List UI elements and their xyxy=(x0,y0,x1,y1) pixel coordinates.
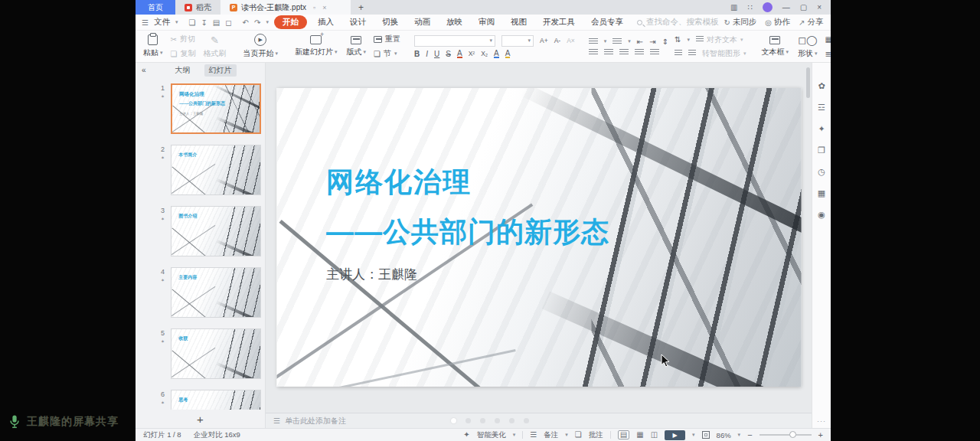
numbering-icon[interactable] xyxy=(612,38,622,45)
sync-status[interactable]: ↻未同步 xyxy=(724,17,756,28)
docer-resources-icon[interactable]: ✿ xyxy=(818,81,825,91)
decrease-indent-icon[interactable]: ⇤ xyxy=(637,38,643,46)
ribbon-tab-slideshow[interactable]: 放映 xyxy=(441,16,468,28)
main-menu-icon[interactable]: ☰ xyxy=(142,18,149,27)
add-slide-button[interactable]: + xyxy=(197,413,204,426)
zoom-out-button[interactable]: − xyxy=(747,430,752,439)
ribbon-tab-review[interactable]: 审阅 xyxy=(473,16,500,28)
notes-button[interactable]: 备注 xyxy=(544,430,558,440)
copy-button[interactable]: ❏复制 xyxy=(171,48,196,59)
export-icon[interactable]: ↧ xyxy=(201,18,207,27)
file-menu[interactable]: 文件 xyxy=(154,17,170,28)
zoom-slider-knob[interactable] xyxy=(789,431,796,438)
collapse-panel-icon[interactable]: « xyxy=(142,66,146,74)
ribbon-tab-member[interactable]: 会员专享 xyxy=(586,16,629,28)
align-right-icon[interactable] xyxy=(619,49,629,56)
slide-subtitle[interactable]: ——公共部门的新形态 xyxy=(326,214,609,251)
comments-button[interactable]: 批注 xyxy=(589,430,603,440)
zoom-slider[interactable] xyxy=(760,434,812,436)
zoom-in-button[interactable]: + xyxy=(818,430,823,439)
line-spacing-icon[interactable]: ⇕ xyxy=(662,38,668,46)
slideshow-play-button[interactable]: ▶ xyxy=(665,430,685,440)
object-properties-icon[interactable]: ☲ xyxy=(818,103,825,113)
bullets-icon[interactable] xyxy=(589,38,598,45)
subscript-button[interactable]: X₂ xyxy=(481,50,488,57)
shapes-button[interactable]: ◻◯ 形状▾ xyxy=(796,34,819,59)
undo-icon[interactable]: ↶ xyxy=(243,18,249,27)
cut-button[interactable]: ✂剪切 xyxy=(171,34,196,44)
command-search[interactable]: 查找命令、搜索模板 xyxy=(637,17,719,28)
arrange-button[interactable]: ≣排列▾ xyxy=(825,48,831,59)
tab-docer[interactable]: 稻壳 xyxy=(175,0,220,15)
smart-beautify-button[interactable]: 智能美化 xyxy=(477,430,506,440)
superscript-button[interactable]: X² xyxy=(469,50,475,57)
slide-thumbnail-4[interactable]: 4✶ 主要内容 xyxy=(136,267,265,318)
vertical-scrollbar[interactable] xyxy=(806,67,810,98)
ribbon-tab-home[interactable]: 开始 xyxy=(274,15,307,29)
slide-presenter[interactable]: 主讲人：王麒隆 xyxy=(326,266,417,283)
apps-grid-icon[interactable]: ∷ xyxy=(747,3,752,11)
font-name-select[interactable]: ▾ xyxy=(414,35,495,47)
tab-document[interactable]: P 读书会-王麒隆.pptx ▫ × xyxy=(220,0,351,15)
locate-icon[interactable]: ◉ xyxy=(818,210,825,220)
close-window-button[interactable]: × xyxy=(817,3,822,11)
collaborate-button[interactable]: ◎协作 xyxy=(765,17,790,28)
zoom-level[interactable]: 86% xyxy=(717,431,731,439)
distribute-icon[interactable] xyxy=(650,49,659,56)
picture-button[interactable]: ▦图片▾ xyxy=(825,34,831,44)
decrease-font-button[interactable]: A- xyxy=(554,37,561,44)
clear-format-button[interactable]: A× xyxy=(567,37,575,44)
smart-beautify-icon[interactable]: ✦ xyxy=(818,124,825,134)
new-tab-button[interactable]: + xyxy=(351,0,371,15)
list-level-icon[interactable] xyxy=(688,50,696,57)
layout-button[interactable]: 版式▾ xyxy=(345,36,368,57)
print-preview-icon[interactable]: ◻ xyxy=(225,18,231,27)
italic-button[interactable]: I xyxy=(426,50,428,58)
ribbon-tab-design[interactable]: 设计 xyxy=(345,16,371,28)
user-avatar[interactable] xyxy=(763,2,773,12)
slide-sorter-view-button[interactable]: ▦ xyxy=(636,431,643,439)
increase-indent-icon[interactable]: ⇥ xyxy=(649,38,655,46)
bold-button[interactable]: B xyxy=(414,50,420,58)
slide-title[interactable]: 网络化治理 xyxy=(326,164,472,201)
font-color-button[interactable]: A xyxy=(457,50,462,58)
fit-slide-icon[interactable] xyxy=(702,431,710,439)
chart-tool-icon[interactable]: ▦ xyxy=(818,188,825,198)
strikethrough-button[interactable]: S xyxy=(446,50,451,58)
redo-icon[interactable]: ↷ xyxy=(254,18,260,27)
align-center-icon[interactable] xyxy=(604,49,613,56)
columns-icon[interactable] xyxy=(675,50,682,57)
text-direction-icon[interactable]: ⇅ xyxy=(675,35,681,44)
ribbon-tab-devtools[interactable]: 开发工具 xyxy=(537,16,580,28)
slide-thumbnail-6[interactable]: 6✶ 思考 xyxy=(136,390,265,410)
strip-more-icon[interactable]: ··· xyxy=(817,417,826,425)
minimize-button[interactable]: — xyxy=(782,3,790,11)
increase-font-button[interactable]: A+ xyxy=(540,37,548,44)
ribbon-tab-insert[interactable]: 插入 xyxy=(312,16,339,28)
slide-thumbnail-2[interactable]: 2✶ 本书简介 xyxy=(136,145,265,195)
ribbon-tab-transition[interactable]: 切换 xyxy=(377,16,403,28)
slides-tab[interactable]: 幻灯片 xyxy=(204,64,237,77)
align-text-button[interactable]: 对齐文本▾ xyxy=(696,34,743,45)
reading-view-button[interactable]: ◫ xyxy=(651,431,658,439)
redo-caret[interactable]: ▾ xyxy=(266,19,269,25)
format-painter-button[interactable]: ✎ 格式刷 xyxy=(201,34,227,59)
close-tab-icon[interactable]: × xyxy=(322,4,326,11)
slide-layers-icon[interactable]: ❐ xyxy=(818,145,825,155)
to-smartart-button[interactable]: 转智能图形▾ xyxy=(702,48,746,59)
justify-icon[interactable] xyxy=(635,49,644,56)
section-button[interactable]: ❏节▾ xyxy=(374,48,400,59)
history-icon[interactable]: ◷ xyxy=(818,167,825,177)
save-icon[interactable]: ❏ xyxy=(188,18,195,27)
notes-bar[interactable]: ☰ 单击此处添加备注 xyxy=(266,413,812,428)
share-button[interactable]: ↗分享 xyxy=(799,17,823,28)
outline-tab[interactable]: 大纲 xyxy=(171,64,195,77)
align-left-icon[interactable] xyxy=(589,49,598,56)
reset-button[interactable]: 重置 xyxy=(374,34,400,44)
normal-view-button[interactable]: ▤ xyxy=(618,430,629,439)
slide-canvas-area[interactable]: 网络化治理 ——公共部门的新形态 主讲人：王麒隆 xyxy=(266,63,812,413)
paste-button[interactable]: 粘贴▾ xyxy=(142,34,165,58)
new-slide-button[interactable]: 新建幻灯片▾ xyxy=(293,35,339,57)
pin-tab-icon[interactable]: ▫ xyxy=(313,4,315,11)
font-size-select[interactable]: ▾ xyxy=(501,35,534,47)
